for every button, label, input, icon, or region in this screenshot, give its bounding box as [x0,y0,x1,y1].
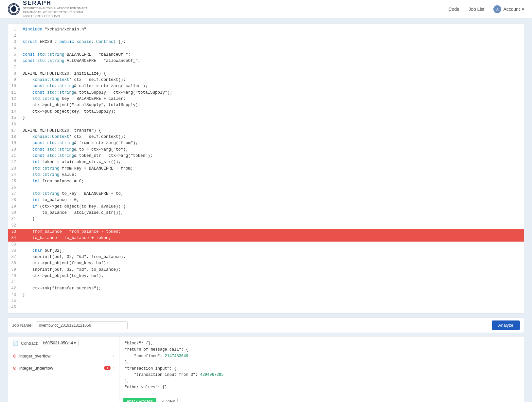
line-number: 37 [8,254,20,260]
line-number: 3 [8,39,20,45]
line-content: const std::string ALLOWANCEPRE = "allowa… [20,58,140,64]
vuln-name-overflow: integer_overflow [19,354,113,358]
line-number: 22 [8,159,20,165]
line-content: } [20,216,35,222]
line-content: to_balance = to_balance + token; [20,235,111,241]
line-content [20,121,23,128]
line-content: int from_balance = 0; [20,178,84,185]
line-content: to_balance = atoi(value.c_str()); [20,210,123,216]
code-line-20: 20 const std::string& to = ctx->arg("to"… [8,147,524,153]
line-number: 25 [8,178,20,185]
line-number: 33 [8,229,20,235]
line-number: 26 [8,185,20,191]
vuln-count-underflow: 1 [104,366,111,370]
line-number: 16 [8,121,20,128]
view-button[interactable]: ✓ View [159,398,178,402]
code-line-27: 27 std::string to_key = BALANCEPRE + to; [8,191,524,197]
contract-select[interactable]: b60f5031-050d-4 ▾ [41,340,79,346]
line-number: 30 [8,210,20,216]
line-content: int to_balance = 0; [20,197,79,203]
job-name-input[interactable] [36,321,128,329]
code-line-13: 13 ctx->put_object("totalSupply", totalS… [8,102,524,108]
code-line-40: 40 ctx->put_object(to_key, buf); [8,273,524,279]
error-icon-overflow: ⊘ [13,353,17,358]
code-line-15: 15} [8,115,524,121]
code-line-25: 25 int from_balance = 0; [8,178,524,185]
line-content: struct ERC20 : public xchain::Contract {… [20,39,126,45]
analyze-button[interactable]: Analyze [492,320,520,330]
line-content: std::string to_key = BALANCEPRE + to; [20,191,123,197]
line-number: 23 [8,166,20,172]
line-number: 1 [8,27,20,33]
code-line-6: 6const std::string ALLOWANCEPRE = "allow… [8,58,524,64]
vuln-name-underflow: integer_underflow [19,366,104,371]
logo-icon [8,3,20,15]
code-line-10: 10 const std::string& caller = ctx->arg(… [8,83,524,89]
nav-job-list[interactable]: Job List [469,7,484,12]
code-line-26: 26 [8,185,524,191]
attack-process-button[interactable]: Attack Process [123,398,156,402]
line-number: 12 [8,96,20,102]
line-content: } [20,115,25,121]
line-number: 8 [8,71,20,77]
line-number: 9 [8,77,20,83]
right-panel: "block": {}, "return of message call": {… [119,337,524,402]
line-content: snprintf(buf, 32, "%d", from_balance); [20,254,126,260]
code-line-12: 12 std::string key = BALANCEPRE + caller… [8,96,524,102]
line-number: 45 [8,304,20,311]
line-content: #include "xchain/xchain.h" [20,27,86,33]
line-number: 7 [8,64,20,71]
code-line-21: 21 const std::string& token_str = ctx->a… [8,153,524,159]
line-content: int token = atoi(token_str.c_str()); [20,159,121,165]
code-line-29: 29 if (ctx->get_object(to_key, &value)) … [8,204,524,210]
line-number: 2 [8,33,20,39]
line-content [20,46,23,52]
line-content: const std::string& to = ctx->arg("to"); [20,147,128,153]
code-line-23: 23 std::string from_key = BALANCEPRE + f… [8,166,524,172]
account-button[interactable]: A Account ▾ [493,5,524,13]
code-line-45: 45 [8,304,524,311]
contract-icon: 📄 [13,340,18,346]
line-number: 31 [8,216,20,222]
nav-code[interactable]: Code [449,7,459,12]
code-line-4: 4 [8,46,524,52]
line-content: ctx->put_object(from_key, buf); [20,260,109,266]
chevron-right-icon-overflow: › [113,354,115,358]
line-number: 17 [8,128,20,134]
code-line-38: 38 ctx->put_object(from_key, buf); [8,260,524,266]
line-number: 21 [8,153,20,159]
line-number: 32 [8,223,20,229]
code-area[interactable]: 1#include "xchain/xchain.h"23struct ERC2… [8,24,524,313]
error-icon-underflow: ⊘ [13,365,17,371]
line-number: 36 [8,248,20,254]
contract-row: 📄 Contract: b60f5031-050d-4 ▾ [8,337,119,350]
line-content: ctx->put_object("totalSupply", totalSupp… [20,102,140,108]
code-line-14: 14 ctx->put_object(key, totalSupply); [8,109,524,115]
line-number: 5 [8,52,20,58]
code-line-35: 35 [8,242,524,248]
attack-bar: Attack Process ✓ View [119,395,524,402]
vuln-row-underflow[interactable]: ⊘ integer_underflow 1 › [8,362,119,374]
code-line-2: 2 [8,33,524,39]
line-content: ctx->ok("transfer success"); [20,285,101,292]
code-line-8: 8DEFINE_METHOD(ERC20, initialize) { [8,71,524,77]
left-panel: 📄 Contract: b60f5031-050d-4 ▾ ⊘ integer_… [8,337,119,402]
avatar: A [493,5,501,13]
job-name-label: Job Name: [12,323,33,328]
job-bar: Job Name: Analyze [8,318,524,333]
line-number: 27 [8,191,20,197]
line-content: if (ctx->get_object(to_key, &value)) { [20,204,126,210]
view-icon: ✓ [162,399,165,402]
code-line-9: 9 xchain::Context* ctx = self.context(); [8,77,524,83]
line-content: ctx->put_object(key, totalSupply); [20,109,116,115]
line-number: 20 [8,147,20,153]
code-line-33: 33 from_balance = from_balance - token; [8,229,524,235]
code-line-43: 43} [8,292,524,298]
code-editor: 1#include "xchain/xchain.h"23struct ERC2… [8,24,524,314]
code-line-39: 39 snprintf(buf, 32, "%d", to_balance); [8,267,524,273]
code-line-1: 1#include "xchain/xchain.h" [8,27,524,33]
line-number: 42 [8,285,20,292]
line-number: 39 [8,267,20,273]
chevron-right-icon-underflow: › [113,366,115,370]
vuln-row-overflow[interactable]: ⊘ integer_overflow › [8,350,119,362]
